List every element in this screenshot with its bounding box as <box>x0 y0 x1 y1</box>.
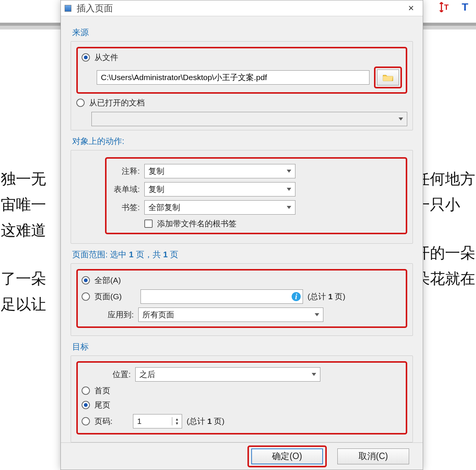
source-panel: 从文件 从已打开的文档 <box>71 41 413 130</box>
annotations-select[interactable]: 复制 <box>144 164 295 178</box>
text-color-icon: T <box>460 1 473 14</box>
cancel-button[interactable]: 取消(C) <box>337 448 409 464</box>
svg-text:T: T <box>462 1 468 13</box>
highlight-actions: 注释: 复制 表单域: 复制 书签: 全部复制 <box>105 157 407 234</box>
highlight-source: 从文件 <box>76 47 407 94</box>
position-label: 位置: <box>82 369 131 380</box>
folder-icon <box>383 74 393 81</box>
page-number-label: 页码: <box>94 416 128 427</box>
file-path-input[interactable] <box>97 70 369 85</box>
info-icon[interactable]: i <box>292 292 301 301</box>
chevron-down-icon <box>287 170 291 173</box>
radio-first-page[interactable] <box>82 387 90 395</box>
highlight-range: 全部(A) 页面(G) i (总计 1 页) 应用到: 所 <box>76 269 407 328</box>
range-header: 页面范围: 选中 1 页，共 1 页 <box>72 249 413 260</box>
apply-to-select[interactable]: 所有页面 <box>138 308 323 322</box>
bg-doc-right: 任何地方 一只小 开的一朵 朵花就在 <box>415 166 475 292</box>
highlight-browse <box>374 66 402 88</box>
pages-label: 页面(G) <box>94 291 136 302</box>
all-pages-label: 全部(A) <box>94 275 121 286</box>
radio-page-number[interactable] <box>82 417 90 425</box>
chevron-down-icon <box>287 188 291 191</box>
target-header: 目标 <box>72 341 413 352</box>
last-page-label: 尾页 <box>94 400 110 410</box>
open-docs-combo[interactable] <box>91 112 407 126</box>
form-label: 表单域: <box>110 184 140 195</box>
bookmarks-select[interactable]: 全部复制 <box>144 200 295 215</box>
radio-from-file[interactable] <box>82 53 90 62</box>
actions-header: 对象上的动作: <box>72 136 413 147</box>
range-total-text: (总计 1 页) <box>308 291 345 302</box>
actions-panel: 注释: 复制 表单域: 复制 书签: 全部复制 <box>71 150 413 244</box>
apply-to-label: 应用到: <box>82 309 134 320</box>
chevron-down-icon <box>287 206 291 209</box>
target-total-text: (总计 1 页) <box>187 416 224 427</box>
text-height-icon: T <box>438 1 451 14</box>
radio-pages[interactable] <box>82 292 90 301</box>
from-open-docs-label: 从已打开的文档 <box>89 97 145 108</box>
ok-button[interactable]: 确定(O) <box>251 448 323 464</box>
bg-toolbar-icons: T T <box>438 1 473 14</box>
position-select[interactable]: 之后 <box>135 367 320 382</box>
radio-all-pages[interactable] <box>82 276 90 284</box>
chevron-down-icon <box>312 373 316 376</box>
page-number-spinner[interactable]: 1 ▲▼ <box>133 414 182 428</box>
app-icon <box>65 5 71 12</box>
close-button[interactable]: × <box>403 2 419 14</box>
browse-button[interactable] <box>377 70 399 85</box>
range-panel: 全部(A) 页面(G) i (总计 1 页) 应用到: 所 <box>71 263 413 336</box>
radio-from-open-docs[interactable] <box>76 99 85 107</box>
radio-last-page[interactable] <box>82 401 90 409</box>
dialog-title: 插入页面 <box>77 2 113 14</box>
chevron-down-icon <box>399 118 403 121</box>
insert-pages-dialog: 插入页面 × 来源 从文件 <box>60 0 423 470</box>
spinner-arrows[interactable]: ▲▼ <box>172 417 182 425</box>
pages-input[interactable] <box>141 289 303 304</box>
annot-label: 注释: <box>110 166 140 176</box>
svg-text:T: T <box>444 3 449 11</box>
bookmark-label: 书签: <box>110 202 140 213</box>
formfields-select[interactable]: 复制 <box>144 182 295 196</box>
dialog-footer: 确定(O) 取消(C) <box>61 442 423 470</box>
root-bookmark-checkbox[interactable] <box>144 220 153 228</box>
highlight-target: 位置: 之后 首页 尾页 页码: 1 <box>76 361 407 434</box>
highlight-ok: 确定(O) <box>247 445 327 467</box>
from-file-label: 从文件 <box>94 52 118 63</box>
target-panel: 位置: 之后 首页 尾页 页码: 1 <box>71 356 413 442</box>
titlebar[interactable]: 插入页面 × <box>61 0 423 16</box>
chevron-down-icon <box>315 313 319 316</box>
source-header: 来源 <box>72 27 413 38</box>
first-page-label: 首页 <box>94 385 110 396</box>
root-bookmark-label: 添加带文件名的根书签 <box>157 218 236 229</box>
